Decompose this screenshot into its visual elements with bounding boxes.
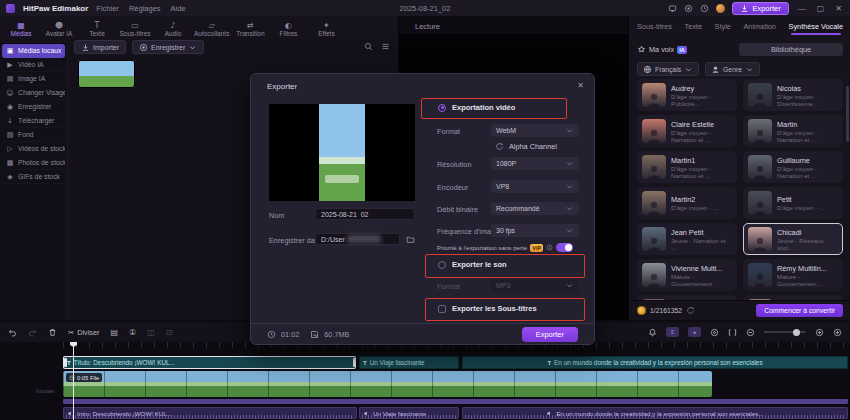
- sidebar-item-enregistrer[interactable]: ◉Enregistrer: [2, 100, 65, 114]
- tab-style[interactable]: Style: [715, 22, 731, 34]
- voice-card-martin[interactable]: MartinD'âge moyen - Narration et ...: [743, 115, 843, 147]
- voice-card-nicolas[interactable]: NicolasD'âge moyen - Divertisseme...: [743, 79, 843, 111]
- subtitle-clip[interactable]: TTítulo: Descubriendo ¡WOW! KUL...: [63, 356, 356, 369]
- dialog-close-icon[interactable]: ✕: [577, 81, 584, 90]
- playhead[interactable]: [73, 342, 74, 420]
- bell-icon[interactable]: [648, 328, 657, 337]
- audio-clip[interactable]: Un Viaje fascinante: [359, 407, 459, 419]
- folder-icon[interactable]: [406, 235, 415, 244]
- refresh-icon[interactable]: [686, 306, 695, 315]
- media-thumbnail[interactable]: [78, 60, 135, 88]
- framerate-select[interactable]: 30 fps: [491, 224, 579, 237]
- voice-card-vivienne-multi[interactable]: Vivienne Multi...Mature - Gouvernement: [637, 259, 737, 291]
- lossless-toggle[interactable]: [556, 243, 573, 252]
- music-track-strip[interactable]: [63, 399, 848, 404]
- format-select[interactable]: WebM: [491, 124, 579, 137]
- zoom-slider-handle[interactable]: [793, 329, 800, 336]
- menu-item-aide[interactable]: Aide: [171, 4, 186, 13]
- redo-icon[interactable]: [28, 328, 37, 337]
- tab-library[interactable]: Bibliothèque: [739, 43, 843, 56]
- display-mode-icon[interactable]: [668, 4, 677, 13]
- language-select[interactable]: Français: [637, 62, 699, 76]
- marker-tool-icon[interactable]: ⊡: [166, 328, 173, 337]
- sidebar-item-changer-visages[interactable]: ☺Changer Visages: [2, 86, 65, 100]
- screen-record-icon[interactable]: [684, 4, 693, 13]
- convert-button[interactable]: Commencer à convertir: [756, 304, 843, 317]
- tab-my-voice[interactable]: Ma voix IA: [637, 45, 733, 54]
- sidebar-item-vid-os-de-stock[interactable]: ▷Vidéos de stock: [2, 142, 65, 156]
- video-export-option[interactable]: Exportation vidéo: [438, 103, 515, 112]
- fit-timeline-icon[interactable]: [833, 328, 842, 337]
- search-icon[interactable]: [364, 42, 373, 51]
- video-export-radio[interactable]: [438, 104, 446, 112]
- preview-header-label: Lecture: [415, 22, 440, 31]
- ribbon-tab-m-dias[interactable]: ▦Médias: [4, 17, 38, 43]
- encoder-select[interactable]: VP8: [491, 180, 579, 193]
- minimize-button[interactable]: —: [796, 4, 808, 13]
- delete-icon[interactable]: [48, 328, 57, 337]
- zoom-in-icon[interactable]: [815, 328, 824, 337]
- sidebar-item-t-l-charger[interactable]: ↓Télécharger: [2, 114, 65, 128]
- sidebar-item-gifs-de-stock[interactable]: ◈GIFs de stock: [2, 170, 65, 184]
- export-name-input[interactable]: [315, 208, 415, 220]
- tab-animation[interactable]: Animation: [743, 22, 775, 34]
- genre-select[interactable]: Genre: [705, 62, 760, 76]
- menu-item-fichier[interactable]: Fichier: [96, 4, 119, 13]
- speed-tool-icon[interactable]: ①: [129, 328, 136, 337]
- history-icon[interactable]: [700, 4, 709, 13]
- sidebar-item-photos-de-stock[interactable]: ▩Photos de stock: [2, 156, 65, 170]
- record-button[interactable]: Enregistrer: [132, 40, 204, 54]
- tab-synth-se-vocale[interactable]: Synthèse Vocale: [789, 22, 843, 34]
- audio-export-option[interactable]: Exporter le son: [438, 260, 507, 269]
- group-tool-icon[interactable]: ◫: [147, 328, 155, 337]
- user-avatar[interactable]: [716, 4, 725, 13]
- undo-icon[interactable]: [8, 328, 17, 337]
- audio-clip[interactable]: En un mundo donde la creatividad y la ex…: [462, 407, 848, 419]
- subtitle-tool-icon[interactable]: ▤: [110, 328, 118, 337]
- split-button[interactable]: ✂ Diviser: [68, 328, 99, 337]
- subtitles-export-option[interactable]: Exporter les Sous-titres: [438, 304, 537, 313]
- info-icon[interactable]: [546, 244, 553, 251]
- audio-clip[interactable]: Intro: Descubriendo ¡WOW! KUL...: [63, 407, 357, 419]
- voice-card-jean-petit[interactable]: Jean PetitJeune - Narration et ...: [637, 223, 737, 255]
- bitrate-select[interactable]: Recommandé: [491, 202, 579, 215]
- alpha-channel-option[interactable]: Alpha Channel: [495, 142, 557, 151]
- voice-card-claire-estelle[interactable]: Claire EstelleD'âge moyen - Narration et…: [637, 115, 737, 147]
- voice-card-r-my-multilin[interactable]: Rémy Multilin...Mature - Gouvernemen...: [743, 259, 843, 291]
- audio-export-radio[interactable]: [438, 261, 446, 269]
- voice-card-audrey[interactable]: AudreyD'âge moyen - Publicité...: [637, 79, 737, 111]
- voice-card-martin1[interactable]: Martin1D'âge moyen - Narration et ...: [637, 151, 737, 183]
- ai-voice-icon[interactable]: ✦: [688, 327, 701, 337]
- tab-sous-titres[interactable]: Sous-titres: [637, 22, 672, 34]
- zoom-out-icon[interactable]: [746, 328, 755, 337]
- list-view-icon[interactable]: [381, 42, 390, 51]
- name-label: Nom: [269, 211, 284, 220]
- sidebar-item-m-dias-locaux[interactable]: ▣Médias locaux: [2, 44, 65, 58]
- sidebar-item-image-ia[interactable]: ▤Image IA: [2, 72, 65, 86]
- cd-icon[interactable]: [710, 328, 719, 337]
- tab-texte[interactable]: Texte: [685, 22, 702, 34]
- voice-list-scrollbar[interactable]: [846, 86, 849, 142]
- audio-format-select[interactable]: MP3: [491, 279, 579, 292]
- chevron-down-icon: [684, 65, 693, 74]
- sidebar-item-fond[interactable]: ▧Fond: [2, 128, 65, 142]
- menu-item-r-glages[interactable]: Réglages: [129, 4, 161, 13]
- voice-card-guillaume[interactable]: GuillaumeD'âge moyen - Narration et ...: [743, 151, 843, 183]
- import-button[interactable]: Importer: [74, 40, 126, 54]
- maximize-button[interactable]: ▢: [815, 4, 827, 13]
- voice-card-martin2[interactable]: Martin2D'âge moyen - ...: [637, 187, 737, 219]
- fit-clip-icon[interactable]: [728, 328, 737, 337]
- voice-card-chicadi[interactable]: ChicadiJeune - Réseaux soci...: [743, 223, 843, 255]
- resolution-select[interactable]: 1080P: [491, 157, 579, 170]
- titlebar-export-button[interactable]: Exporter: [732, 2, 788, 15]
- auto-caption-icon[interactable]: ≡: [666, 327, 679, 337]
- video-clip[interactable]: 0:05 File: [63, 371, 712, 397]
- close-button[interactable]: ✕: [833, 4, 844, 13]
- subtitle-clip[interactable]: TEn un mundo donde la creatividad y la e…: [462, 356, 848, 369]
- voice-card-petit[interactable]: PetitD'âge moyen - ...: [743, 187, 843, 219]
- dialog-export-button[interactable]: Exporter: [522, 327, 578, 342]
- subtitle-clip[interactable]: TUn Viaje fascinante: [359, 356, 459, 369]
- subtitles-export-checkbox[interactable]: [438, 305, 446, 313]
- timeline-zoom-slider[interactable]: [764, 331, 806, 333]
- sidebar-item-vid-o-ia[interactable]: ▶Vidéo IA: [2, 58, 65, 72]
